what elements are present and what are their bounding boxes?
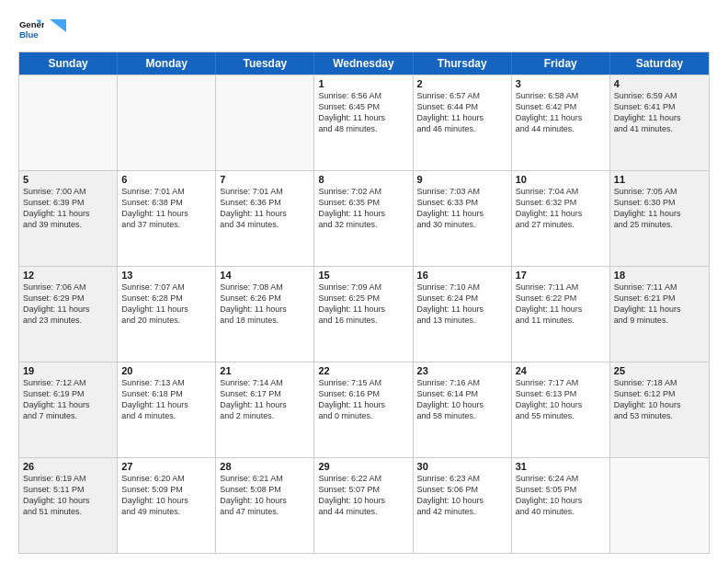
day-info: Sunrise: 6:59 AM Sunset: 6:41 PM Dayligh… (614, 90, 705, 135)
cal-header-friday: Friday (512, 52, 610, 75)
day-number: 21 (220, 365, 310, 376)
day-info: Sunrise: 6:22 AM Sunset: 5:07 PM Dayligh… (318, 473, 408, 518)
day-number: 2 (417, 78, 507, 89)
cal-cell: 6Sunrise: 7:01 AM Sunset: 6:38 PM Daylig… (118, 171, 216, 266)
day-info: Sunrise: 7:00 AM Sunset: 6:39 PM Dayligh… (23, 186, 113, 231)
cal-cell: 1Sunrise: 6:56 AM Sunset: 6:45 PM Daylig… (314, 75, 413, 170)
day-info: Sunrise: 6:21 AM Sunset: 5:08 PM Dayligh… (220, 473, 310, 518)
cal-cell: 11Sunrise: 7:05 AM Sunset: 6:30 PM Dayli… (610, 171, 709, 266)
cal-cell: 22Sunrise: 7:15 AM Sunset: 6:16 PM Dayli… (314, 362, 413, 457)
day-info: Sunrise: 7:03 AM Sunset: 6:33 PM Dayligh… (417, 186, 507, 231)
day-number: 11 (614, 174, 705, 185)
cal-cell: 25Sunrise: 7:18 AM Sunset: 6:12 PM Dayli… (610, 362, 709, 457)
cal-cell: 8Sunrise: 7:02 AM Sunset: 6:35 PM Daylig… (314, 171, 413, 266)
day-number: 25 (614, 365, 705, 376)
cal-cell: 21Sunrise: 7:14 AM Sunset: 6:17 PM Dayli… (216, 362, 314, 457)
day-info: Sunrise: 7:18 AM Sunset: 6:12 PM Dayligh… (614, 377, 705, 422)
day-number: 23 (417, 365, 507, 376)
day-number: 28 (220, 461, 310, 472)
day-info: Sunrise: 7:01 AM Sunset: 6:36 PM Dayligh… (220, 186, 310, 231)
cal-cell: 13Sunrise: 7:07 AM Sunset: 6:28 PM Dayli… (118, 267, 216, 362)
day-number: 13 (121, 270, 211, 281)
cal-cell: 23Sunrise: 7:16 AM Sunset: 6:14 PM Dayli… (414, 362, 512, 457)
day-number: 19 (23, 365, 113, 376)
day-info: Sunrise: 7:06 AM Sunset: 6:29 PM Dayligh… (23, 282, 113, 327)
calendar-body: 1Sunrise: 6:56 AM Sunset: 6:45 PM Daylig… (19, 75, 709, 553)
cal-cell: 26Sunrise: 6:19 AM Sunset: 5:11 PM Dayli… (19, 458, 118, 553)
cal-week-3: 12Sunrise: 7:06 AM Sunset: 6:29 PM Dayli… (19, 266, 709, 362)
cal-cell: 2Sunrise: 6:57 AM Sunset: 6:44 PM Daylig… (414, 75, 512, 170)
day-number: 30 (417, 461, 507, 472)
day-info: Sunrise: 7:16 AM Sunset: 6:14 PM Dayligh… (417, 377, 507, 422)
cal-header-tuesday: Tuesday (216, 52, 314, 75)
day-info: Sunrise: 7:10 AM Sunset: 6:24 PM Dayligh… (417, 282, 507, 327)
day-info: Sunrise: 6:23 AM Sunset: 5:06 PM Dayligh… (417, 473, 507, 518)
day-info: Sunrise: 7:01 AM Sunset: 6:38 PM Dayligh… (121, 186, 211, 231)
cal-cell (610, 458, 709, 553)
cal-week-4: 19Sunrise: 7:12 AM Sunset: 6:19 PM Dayli… (19, 362, 709, 457)
day-info: Sunrise: 6:56 AM Sunset: 6:45 PM Dayligh… (318, 90, 408, 135)
day-number: 3 (516, 78, 606, 89)
day-number: 18 (614, 270, 705, 281)
cal-cell: 29Sunrise: 6:22 AM Sunset: 5:07 PM Dayli… (314, 458, 413, 553)
cal-cell: 5Sunrise: 7:00 AM Sunset: 6:39 PM Daylig… (19, 171, 118, 266)
cal-header-thursday: Thursday (414, 52, 512, 75)
cal-cell (19, 75, 118, 170)
day-number: 12 (23, 270, 113, 281)
cal-cell: 12Sunrise: 7:06 AM Sunset: 6:29 PM Dayli… (19, 267, 118, 362)
logo-chevron-icon (50, 19, 66, 32)
calendar: SundayMondayTuesdayWednesdayThursdayFrid… (18, 52, 710, 554)
logo-icon: General Blue (18, 17, 44, 42)
day-number: 8 (318, 174, 408, 185)
cal-cell: 31Sunrise: 6:24 AM Sunset: 5:05 PM Dayli… (512, 458, 610, 553)
day-number: 4 (614, 78, 705, 89)
cal-cell: 9Sunrise: 7:03 AM Sunset: 6:33 PM Daylig… (414, 171, 512, 266)
cal-cell: 17Sunrise: 7:11 AM Sunset: 6:22 PM Dayli… (512, 267, 610, 362)
calendar-header-row: SundayMondayTuesdayWednesdayThursdayFrid… (19, 52, 709, 75)
cal-cell (118, 75, 216, 170)
cal-cell: 27Sunrise: 6:20 AM Sunset: 5:09 PM Dayli… (118, 458, 216, 553)
day-info: Sunrise: 7:09 AM Sunset: 6:25 PM Dayligh… (318, 282, 408, 327)
cal-cell: 16Sunrise: 7:10 AM Sunset: 6:24 PM Dayli… (414, 267, 512, 362)
day-number: 31 (516, 461, 606, 472)
cal-cell (216, 75, 314, 170)
cal-cell: 28Sunrise: 6:21 AM Sunset: 5:08 PM Dayli… (216, 458, 314, 553)
day-number: 17 (516, 270, 606, 281)
day-info: Sunrise: 7:05 AM Sunset: 6:30 PM Dayligh… (614, 186, 705, 231)
page: General Blue SundayMondayTuesdayWednesda… (0, 0, 728, 563)
day-number: 5 (23, 174, 113, 185)
day-info: Sunrise: 7:11 AM Sunset: 6:21 PM Dayligh… (614, 282, 705, 327)
cal-cell: 7Sunrise: 7:01 AM Sunset: 6:36 PM Daylig… (216, 171, 314, 266)
day-info: Sunrise: 7:12 AM Sunset: 6:19 PM Dayligh… (23, 377, 113, 422)
cal-week-5: 26Sunrise: 6:19 AM Sunset: 5:11 PM Dayli… (19, 457, 709, 553)
day-number: 15 (318, 270, 408, 281)
cal-cell: 19Sunrise: 7:12 AM Sunset: 6:19 PM Dayli… (19, 362, 118, 457)
day-number: 24 (516, 365, 606, 376)
cal-cell: 15Sunrise: 7:09 AM Sunset: 6:25 PM Dayli… (314, 267, 413, 362)
cal-cell: 4Sunrise: 6:59 AM Sunset: 6:41 PM Daylig… (610, 75, 709, 170)
day-number: 10 (516, 174, 606, 185)
logo: General Blue (18, 17, 66, 42)
cal-cell: 20Sunrise: 7:13 AM Sunset: 6:18 PM Dayli… (118, 362, 216, 457)
cal-header-wednesday: Wednesday (314, 52, 413, 75)
day-info: Sunrise: 7:13 AM Sunset: 6:18 PM Dayligh… (121, 377, 211, 422)
day-number: 22 (318, 365, 408, 376)
day-info: Sunrise: 7:04 AM Sunset: 6:32 PM Dayligh… (516, 186, 606, 231)
day-number: 14 (220, 270, 310, 281)
day-info: Sunrise: 6:19 AM Sunset: 5:11 PM Dayligh… (23, 473, 113, 518)
day-info: Sunrise: 7:14 AM Sunset: 6:17 PM Dayligh… (220, 377, 310, 422)
header: General Blue (18, 17, 710, 42)
day-info: Sunrise: 6:20 AM Sunset: 5:09 PM Dayligh… (121, 473, 211, 518)
svg-text:Blue: Blue (19, 29, 39, 40)
day-number: 26 (23, 461, 113, 472)
cal-week-1: 1Sunrise: 6:56 AM Sunset: 6:45 PM Daylig… (19, 75, 709, 170)
day-info: Sunrise: 7:11 AM Sunset: 6:22 PM Dayligh… (516, 282, 606, 327)
day-info: Sunrise: 7:08 AM Sunset: 6:26 PM Dayligh… (220, 282, 310, 327)
day-number: 16 (417, 270, 507, 281)
day-info: Sunrise: 7:17 AM Sunset: 6:13 PM Dayligh… (516, 377, 606, 422)
day-info: Sunrise: 6:58 AM Sunset: 6:42 PM Dayligh… (516, 90, 606, 135)
day-number: 1 (318, 78, 408, 89)
cal-header-sunday: Sunday (19, 52, 118, 75)
day-info: Sunrise: 7:02 AM Sunset: 6:35 PM Dayligh… (318, 186, 408, 231)
cal-cell: 10Sunrise: 7:04 AM Sunset: 6:32 PM Dayli… (512, 171, 610, 266)
